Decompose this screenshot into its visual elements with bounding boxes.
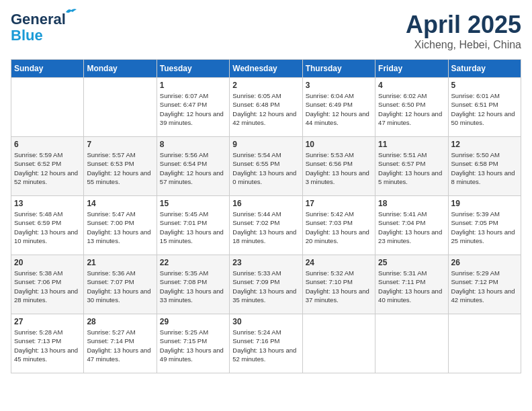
day-header-wednesday: Wednesday: [230, 60, 302, 78]
day-number: 20: [14, 258, 81, 267]
day-number: 26: [451, 258, 518, 267]
day-number: 6: [14, 140, 81, 149]
calendar-cell: 9Sunrise: 5:54 AM Sunset: 6:55 PM Daylig…: [230, 137, 302, 196]
logo-blue: Blue: [11, 27, 43, 44]
day-number: 12: [451, 140, 518, 149]
header: General Blue April 2025 Xicheng, Hebei, …: [11, 11, 521, 51]
calendar-cell: 20Sunrise: 5:38 AM Sunset: 7:06 PM Dayli…: [11, 255, 84, 314]
calendar-cell: 16Sunrise: 5:44 AM Sunset: 7:02 PM Dayli…: [230, 196, 302, 255]
calendar-cell: 8Sunrise: 5:56 AM Sunset: 6:54 PM Daylig…: [157, 137, 229, 196]
day-info: Sunrise: 5:56 AM Sunset: 6:54 PM Dayligh…: [160, 150, 226, 186]
day-number: 16: [232, 199, 299, 208]
day-info: Sunrise: 5:53 AM Sunset: 6:56 PM Dayligh…: [306, 150, 372, 186]
calendar-cell: 30Sunrise: 5:24 AM Sunset: 7:16 PM Dayli…: [230, 314, 302, 373]
day-number: 2: [232, 81, 299, 90]
day-info: Sunrise: 5:42 AM Sunset: 7:03 PM Dayligh…: [306, 210, 372, 245]
day-number: 4: [378, 81, 445, 90]
day-number: 7: [87, 140, 153, 149]
day-number: 13: [14, 199, 81, 208]
calendar-cell: [84, 78, 157, 137]
day-header-monday: Monday: [84, 60, 157, 78]
title-area: April 2025 Xicheng, Hebei, China: [406, 11, 521, 51]
day-info: Sunrise: 5:25 AM Sunset: 7:15 PM Dayligh…: [160, 328, 226, 363]
day-number: 1: [160, 81, 226, 90]
day-info: Sunrise: 6:02 AM Sunset: 6:50 PM Dayligh…: [378, 91, 445, 127]
day-info: Sunrise: 5:33 AM Sunset: 7:09 PM Dayligh…: [232, 269, 299, 304]
day-number: 17: [306, 199, 372, 208]
calendar-cell: 28Sunrise: 5:27 AM Sunset: 7:14 PM Dayli…: [84, 314, 157, 373]
day-number: 15: [160, 199, 226, 208]
calendar-cell: 19Sunrise: 5:39 AM Sunset: 7:05 PM Dayli…: [448, 196, 521, 255]
calendar-cell: 7Sunrise: 5:57 AM Sunset: 6:53 PM Daylig…: [84, 137, 157, 196]
calendar-cell: 17Sunrise: 5:42 AM Sunset: 7:03 PM Dayli…: [302, 196, 375, 255]
day-info: Sunrise: 5:45 AM Sunset: 7:01 PM Dayligh…: [160, 210, 226, 245]
day-info: Sunrise: 6:07 AM Sunset: 6:47 PM Dayligh…: [160, 91, 226, 127]
calendar-cell: [11, 78, 84, 137]
calendar-cell: 12Sunrise: 5:50 AM Sunset: 6:58 PM Dayli…: [448, 137, 521, 196]
calendar-body: 1Sunrise: 6:07 AM Sunset: 6:47 PM Daylig…: [11, 78, 521, 373]
day-header-friday: Friday: [375, 60, 448, 78]
day-info: Sunrise: 5:54 AM Sunset: 6:55 PM Dayligh…: [232, 150, 299, 186]
day-info: Sunrise: 5:36 AM Sunset: 7:07 PM Dayligh…: [87, 269, 153, 304]
day-info: Sunrise: 5:27 AM Sunset: 7:14 PM Dayligh…: [87, 328, 153, 363]
day-info: Sunrise: 5:28 AM Sunset: 7:13 PM Dayligh…: [14, 328, 81, 363]
day-info: Sunrise: 5:44 AM Sunset: 7:02 PM Dayligh…: [232, 210, 299, 245]
day-info: Sunrise: 5:57 AM Sunset: 6:53 PM Dayligh…: [87, 150, 153, 186]
day-info: Sunrise: 5:50 AM Sunset: 6:58 PM Dayligh…: [451, 150, 518, 186]
day-number: 19: [451, 199, 518, 208]
calendar-cell: [448, 314, 521, 373]
day-info: Sunrise: 6:01 AM Sunset: 6:51 PM Dayligh…: [451, 91, 518, 127]
day-number: 3: [306, 81, 372, 90]
calendar-cell: 13Sunrise: 5:48 AM Sunset: 6:59 PM Dayli…: [11, 196, 84, 255]
day-info: Sunrise: 6:04 AM Sunset: 6:49 PM Dayligh…: [306, 91, 372, 127]
day-number: 24: [306, 258, 372, 267]
day-info: Sunrise: 5:41 AM Sunset: 7:04 PM Dayligh…: [378, 210, 445, 245]
day-info: Sunrise: 5:48 AM Sunset: 6:59 PM Dayligh…: [14, 210, 81, 245]
calendar-cell: 29Sunrise: 5:25 AM Sunset: 7:15 PM Dayli…: [157, 314, 229, 373]
day-info: Sunrise: 5:39 AM Sunset: 7:05 PM Dayligh…: [451, 210, 518, 245]
day-number: 22: [160, 258, 226, 267]
day-number: 5: [451, 81, 518, 90]
day-number: 9: [232, 140, 299, 149]
day-info: Sunrise: 5:59 AM Sunset: 6:52 PM Dayligh…: [14, 150, 81, 186]
calendar-cell: 18Sunrise: 5:41 AM Sunset: 7:04 PM Dayli…: [375, 196, 448, 255]
calendar-table: SundayMondayTuesdayWednesdayThursdayFrid…: [11, 59, 521, 373]
location-title: Xicheng, Hebei, China: [406, 39, 521, 51]
day-info: Sunrise: 6:05 AM Sunset: 6:48 PM Dayligh…: [232, 91, 299, 127]
calendar-cell: 25Sunrise: 5:31 AM Sunset: 7:11 PM Dayli…: [375, 255, 448, 314]
calendar-cell: 1Sunrise: 6:07 AM Sunset: 6:47 PM Daylig…: [157, 78, 229, 137]
day-info: Sunrise: 5:31 AM Sunset: 7:11 PM Dayligh…: [378, 269, 445, 304]
day-number: 18: [378, 199, 445, 208]
calendar-cell: 2Sunrise: 6:05 AM Sunset: 6:48 PM Daylig…: [230, 78, 302, 137]
calendar-week-row: 20Sunrise: 5:38 AM Sunset: 7:06 PM Dayli…: [11, 255, 521, 314]
day-number: 30: [232, 317, 299, 326]
day-info: Sunrise: 5:29 AM Sunset: 7:12 PM Dayligh…: [451, 269, 518, 304]
calendar-cell: 5Sunrise: 6:01 AM Sunset: 6:51 PM Daylig…: [448, 78, 521, 137]
calendar-week-row: 1Sunrise: 6:07 AM Sunset: 6:47 PM Daylig…: [11, 78, 521, 137]
calendar-cell: 24Sunrise: 5:32 AM Sunset: 7:10 PM Dayli…: [302, 255, 375, 314]
day-number: 23: [232, 258, 299, 267]
calendar-cell: 10Sunrise: 5:53 AM Sunset: 6:56 PM Dayli…: [302, 137, 375, 196]
calendar-week-row: 6Sunrise: 5:59 AM Sunset: 6:52 PM Daylig…: [11, 137, 521, 196]
calendar-cell: [375, 314, 448, 373]
day-info: Sunrise: 5:47 AM Sunset: 7:00 PM Dayligh…: [87, 210, 153, 245]
day-header-tuesday: Tuesday: [157, 60, 229, 78]
day-number: 27: [14, 317, 81, 326]
day-number: 28: [87, 317, 153, 326]
day-number: 14: [87, 199, 153, 208]
logo-general: General: [11, 11, 66, 28]
day-number: 8: [160, 140, 226, 149]
day-number: 10: [306, 140, 372, 149]
logo: General Blue: [11, 11, 66, 44]
day-header-thursday: Thursday: [302, 60, 375, 78]
calendar-cell: [302, 314, 375, 373]
calendar-cell: 14Sunrise: 5:47 AM Sunset: 7:00 PM Dayli…: [84, 196, 157, 255]
calendar-cell: 3Sunrise: 6:04 AM Sunset: 6:49 PM Daylig…: [302, 78, 375, 137]
calendar-cell: 15Sunrise: 5:45 AM Sunset: 7:01 PM Dayli…: [157, 196, 229, 255]
calendar-cell: 23Sunrise: 5:33 AM Sunset: 7:09 PM Dayli…: [230, 255, 302, 314]
calendar-cell: 27Sunrise: 5:28 AM Sunset: 7:13 PM Dayli…: [11, 314, 84, 373]
day-number: 21: [87, 258, 153, 267]
day-number: 29: [160, 317, 226, 326]
calendar-cell: 26Sunrise: 5:29 AM Sunset: 7:12 PM Dayli…: [448, 255, 521, 314]
day-info: Sunrise: 5:32 AM Sunset: 7:10 PM Dayligh…: [306, 269, 372, 304]
